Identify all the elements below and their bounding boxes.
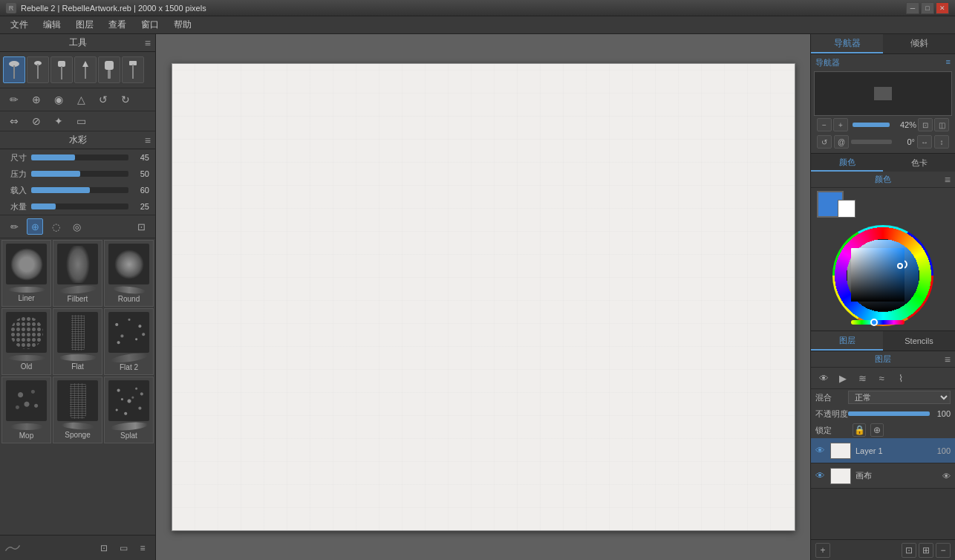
hue-slider[interactable] bbox=[851, 320, 905, 325]
layer-item-canvas[interactable]: 👁 画布 👁 bbox=[811, 463, 955, 489]
brush-preset-sponge[interactable]: Sponge bbox=[53, 377, 102, 443]
layer-tool-flatten[interactable]: ⌇ bbox=[893, 370, 909, 386]
layer-merge-btn[interactable]: ⊞ bbox=[919, 543, 933, 558]
tab-color[interactable]: 颜色 bbox=[811, 154, 883, 172]
zoom-out-btn[interactable]: − bbox=[817, 118, 832, 131]
layer-tool-play[interactable]: ▶ bbox=[835, 370, 851, 386]
tab-tilt[interactable]: 倾斜 bbox=[883, 34, 955, 53]
brush-ink[interactable] bbox=[27, 56, 49, 83]
layer-item-layer1[interactable]: 👁 Layer 1 100 bbox=[811, 438, 955, 463]
pressure-slider-row[interactable]: 压力 50 bbox=[0, 166, 155, 182]
tab-layers[interactable]: 图层 bbox=[811, 331, 883, 351]
brush-type6[interactable] bbox=[122, 56, 144, 83]
tools-menu-icon[interactable]: ≡ bbox=[145, 37, 151, 49]
canvas-area[interactable] bbox=[156, 34, 810, 560]
water-slider-row[interactable]: 水量 25 bbox=[0, 198, 155, 215]
brush-preset-liner[interactable]: Liner bbox=[1, 240, 51, 307]
brush-preset-round[interactable]: Round bbox=[104, 240, 154, 307]
layer-delete-btn[interactable]: − bbox=[936, 543, 951, 558]
tool-transform[interactable]: ⇔ bbox=[6, 113, 22, 129]
mode-wet[interactable]: ⊕ bbox=[27, 218, 43, 235]
water-track[interactable] bbox=[31, 204, 128, 209]
menu-help[interactable]: 帮助 bbox=[166, 17, 199, 33]
mode-erase[interactable]: ⊡ bbox=[133, 218, 149, 235]
minimize-button[interactable]: ─ bbox=[906, 2, 919, 14]
brush-preset-old[interactable]: Old bbox=[1, 308, 51, 375]
brush-oil[interactable] bbox=[50, 56, 73, 83]
bottom-right-icons: ⊡ ▭ ≡ bbox=[96, 540, 151, 556]
bottom-icon1[interactable]: ⊡ bbox=[96, 540, 112, 556]
blend-select[interactable]: 正常 正片叠底 滤色 叠加 bbox=[848, 391, 951, 404]
brush-preset-splat[interactable]: Splat bbox=[104, 377, 154, 443]
canvas-vis-icon[interactable]: 👁 bbox=[815, 470, 827, 481]
layer-copy-btn[interactable]: ⊡ bbox=[902, 543, 916, 558]
menu-view[interactable]: 查看 bbox=[101, 17, 134, 33]
bottom-wave-icon[interactable] bbox=[4, 540, 21, 556]
menu-edit[interactable]: 编辑 bbox=[36, 17, 68, 33]
load-track[interactable] bbox=[31, 187, 128, 193]
mode-normal[interactable]: ✏ bbox=[6, 218, 22, 235]
flip-h-btn[interactable]: ↔ bbox=[917, 135, 932, 149]
layer-tool-dry[interactable]: ≈ bbox=[873, 370, 890, 386]
brush-preset-flat2[interactable]: Flat 2 bbox=[104, 308, 154, 375]
maximize-button[interactable]: □ bbox=[921, 2, 934, 14]
bottom-icon3[interactable]: ≡ bbox=[134, 540, 151, 556]
brush-preset-mop[interactable]: Mop bbox=[1, 377, 51, 443]
mode-blend[interactable]: ◎ bbox=[68, 218, 85, 235]
zoom-in-btn[interactable]: + bbox=[833, 118, 848, 131]
tool-fill[interactable]: ◉ bbox=[50, 91, 67, 108]
mode-dry[interactable]: ◌ bbox=[48, 218, 64, 235]
menu-window[interactable]: 窗口 bbox=[134, 17, 166, 33]
layer-vis-icon[interactable]: 👁 bbox=[815, 445, 827, 456]
brush-preset-filbert[interactable]: Filbert bbox=[53, 240, 102, 307]
opacity-slider[interactable] bbox=[848, 411, 930, 416]
tab-stencils[interactable]: Stencils bbox=[883, 331, 955, 351]
lock-alpha-btn[interactable]: 🔒 bbox=[853, 423, 866, 437]
layer-tool-visibility[interactable]: 👁 bbox=[815, 370, 832, 386]
tool-select[interactable]: ✦ bbox=[50, 113, 67, 129]
size-slider-row[interactable]: 尺寸 45 bbox=[0, 149, 155, 166]
nav-menu-icon[interactable]: ≡ bbox=[946, 57, 951, 68]
rotate-at-btn[interactable]: @ bbox=[834, 135, 849, 149]
pressure-track[interactable] bbox=[31, 171, 128, 177]
menu-file[interactable]: 文件 bbox=[3, 17, 36, 33]
brush-pencil[interactable] bbox=[74, 56, 97, 83]
zoom-reset-btn[interactable]: ◫ bbox=[934, 118, 949, 131]
lock-pos-btn[interactable]: ⊕ bbox=[870, 423, 884, 437]
tool-eyedrop[interactable]: ⊘ bbox=[28, 113, 45, 129]
rotate-ccw-btn[interactable]: ↺ bbox=[817, 135, 832, 149]
load-slider-row[interactable]: 载入 60 bbox=[0, 182, 155, 198]
bottom-icon2[interactable]: ▭ bbox=[115, 540, 131, 556]
nav-preview[interactable] bbox=[814, 71, 952, 116]
brush-watercolor[interactable] bbox=[3, 56, 25, 83]
tab-navigator[interactable]: 导航器 bbox=[811, 34, 883, 53]
size-track[interactable] bbox=[31, 154, 128, 160]
tool-selection[interactable]: ▭ bbox=[73, 113, 89, 129]
tool-undo[interactable]: ↺ bbox=[95, 91, 111, 108]
menu-layer[interactable]: 图层 bbox=[68, 17, 101, 33]
tool-shape[interactable]: △ bbox=[73, 91, 89, 108]
flip-v-btn[interactable]: ↕ bbox=[934, 135, 949, 149]
sv-box-hue[interactable] bbox=[851, 248, 905, 302]
tool-redo[interactable]: ↻ bbox=[117, 91, 134, 108]
brush-marker[interactable] bbox=[98, 56, 120, 83]
drawing-canvas[interactable] bbox=[172, 63, 795, 531]
watercolor-menu-icon[interactable]: ≡ bbox=[145, 134, 151, 146]
layer-tool-water[interactable]: ≋ bbox=[854, 370, 870, 386]
sv-selector[interactable] bbox=[897, 263, 903, 269]
layers-menu-icon[interactable]: ≡ bbox=[945, 354, 951, 365]
rotation-slider[interactable] bbox=[851, 140, 892, 144]
color-menu-icon[interactable]: ≡ bbox=[945, 174, 951, 186]
brush-preset-flat[interactable]: Flat bbox=[53, 308, 102, 375]
tab-palette[interactable]: 色卡 bbox=[883, 154, 955, 172]
canvas-eye-right[interactable]: 👁 bbox=[942, 472, 951, 481]
zoom-slider[interactable] bbox=[853, 123, 890, 127]
layer-add-btn[interactable]: + bbox=[815, 543, 830, 558]
background-color[interactable] bbox=[838, 200, 855, 218]
sv-box-dark[interactable] bbox=[851, 248, 905, 302]
close-button[interactable]: ✕ bbox=[936, 2, 949, 14]
hue-indicator[interactable] bbox=[870, 319, 878, 326]
tool-pick[interactable]: ⊕ bbox=[28, 91, 45, 108]
zoom-fit-btn[interactable]: ⊡ bbox=[918, 118, 933, 131]
tool-move[interactable]: ✏ bbox=[6, 91, 22, 108]
